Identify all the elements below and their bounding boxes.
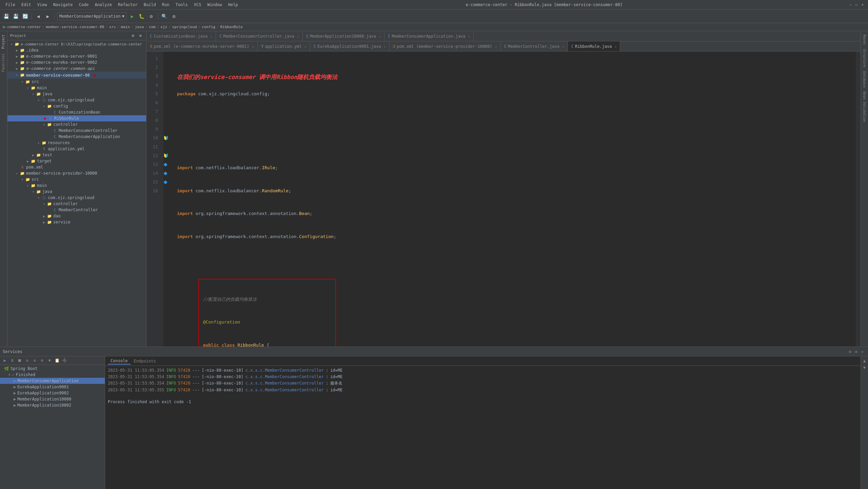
svc-list-btn[interactable]: ≡ <box>24 357 31 364</box>
console-tab[interactable]: Console <box>108 358 131 365</box>
run-config-dropdown[interactable]: MemberConsumerApplication ▼ <box>57 12 127 20</box>
svc-copy-btn[interactable]: 📋 <box>54 357 60 364</box>
svc-ma10000[interactable]: ▶ MemberApplication10000 <box>0 396 105 402</box>
project-settings-icon[interactable]: ⚙ <box>130 33 136 39</box>
menu-window[interactable]: Window <box>204 1 224 8</box>
settings-button[interactable]: ⚙ <box>170 12 178 20</box>
tab-memberapplication10000[interactable]: C MemberApplication10000.java ✕ <box>303 31 384 41</box>
svc-eureka9001[interactable]: ▶ EurekaApplication9001 <box>0 384 105 390</box>
svc-finished[interactable]: ▾ ✓ Finished <box>0 372 105 378</box>
tree-common-api[interactable]: ▶ 📁 e-commerce center-common-api <box>7 65 146 72</box>
maven-tab[interactable]: Maven <box>862 33 867 47</box>
svc-add-btn[interactable]: ➕ <box>61 357 68 364</box>
tab-pom-provider[interactable]: X pom.xml (member-service-provider-10000… <box>390 41 501 52</box>
svc-filter-btn[interactable]: ⚙ <box>39 357 45 364</box>
bc-project[interactable]: e-commerce-center <box>3 25 41 29</box>
tree-package2[interactable]: ▾ ⬡ com.xjz.springcloud <box>7 195 146 201</box>
tree-src[interactable]: ▾ 📁 src <box>7 79 146 85</box>
tree-controller[interactable]: ▾ 📁 controller <box>7 121 146 128</box>
forward-button[interactable]: ▶ <box>44 12 52 20</box>
tab-ribbonrule[interactable]: C RibbonRule.java ✕ <box>568 41 620 52</box>
scroll-up-icon[interactable]: ▲ <box>862 358 868 364</box>
tree-eureka-9001[interactable]: ▶ 📁 e-commerce-eureka-server-9001 <box>7 53 146 59</box>
tree-consumer-80[interactable]: ▾ 📁 member-service-consumer-80 ◀ <box>7 72 146 79</box>
tree-config[interactable]: ▾ 📁 config <box>7 103 146 109</box>
menu-build[interactable]: Build <box>141 1 159 8</box>
structure-tab[interactable]: Structure <box>862 47 867 69</box>
favorites-tab[interactable]: Favorites <box>1 52 7 74</box>
tab-pom-eureka[interactable]: X pom.xml (e-commerce-eureka-server-9001… <box>146 41 258 52</box>
menu-edit[interactable]: Edit <box>19 1 34 8</box>
sync-button[interactable]: 🔄 <box>21 12 29 20</box>
tab-eurekaapp9001[interactable]: C EurekaApplication9001.java ✕ <box>310 41 390 52</box>
bc-main[interactable]: main <box>121 25 130 29</box>
tab-close-yml[interactable]: ✕ <box>304 45 307 48</box>
maximize-button[interactable]: ☐ <box>854 2 859 7</box>
svc-pause-btn[interactable]: ⏸ <box>9 357 16 364</box>
tree-mcc[interactable]: C MemberConsumerController <box>7 128 146 134</box>
tab-close-cb[interactable]: ✕ <box>210 35 212 38</box>
menu-vcs[interactable]: VCS <box>191 1 204 8</box>
menu-navigate[interactable]: Navigate <box>51 1 76 8</box>
tab-memberconsumerapplication[interactable]: C MemberConsumerApplication.java ✕ <box>384 31 474 41</box>
tab-close-mcc[interactable]: ✕ <box>297 35 299 38</box>
save-button[interactable]: 💾 <box>2 12 10 20</box>
tab-close-ea9001[interactable]: ✕ <box>384 45 386 48</box>
tab-close-pom2[interactable]: ✕ <box>495 45 497 48</box>
menu-view[interactable]: View <box>35 1 50 8</box>
services-settings-icon[interactable]: ⚙ <box>847 349 853 355</box>
svc-stop-btn[interactable]: ⏹ <box>16 357 23 364</box>
menu-analyze[interactable]: Analyze <box>92 1 115 8</box>
svc-mca[interactable]: ▶ MemberConsumerApplication <box>0 378 105 384</box>
tree-eureka-9002[interactable]: ▶ 📁 e-commerce-eureka-server-9002 <box>7 59 146 65</box>
tree-controller2[interactable]: ▾ 📁 controller <box>7 201 146 207</box>
bc-src[interactable]: src <box>109 25 116 29</box>
tree-appyml[interactable]: Y application.yml <box>7 146 146 152</box>
tree-target[interactable]: ▶ 📁 target <box>7 158 146 164</box>
scroll-down-icon[interactable]: ▼ <box>862 365 868 371</box>
svc-scroll-btn[interactable]: ▼ <box>46 357 53 364</box>
tab-close-ma10k[interactable]: ✕ <box>379 35 381 38</box>
menu-run[interactable]: Run <box>159 1 172 8</box>
menu-refactor[interactable]: Refactor <box>115 1 140 8</box>
project-gear-icon[interactable]: ≡ <box>137 33 143 39</box>
tree-root[interactable]: ▾ 📁 e-commerce-Center D:\XJZ\springcloud… <box>7 41 146 47</box>
svc-springboot[interactable]: 🌿 Spring Boot <box>0 366 105 372</box>
tab-close-pom1[interactable]: ✕ <box>252 45 254 48</box>
bc-xjz[interactable]: xjz <box>160 25 167 29</box>
tree-mca[interactable]: C MemberConsumerApplication <box>7 134 146 140</box>
tab-memberctrl[interactable]: C MemberController.java ✕ <box>501 41 568 52</box>
tree-pom[interactable]: X pom.xml <box>7 164 146 170</box>
run-with-coverage-button[interactable]: ⚙ <box>147 12 155 20</box>
bc-java[interactable]: java <box>135 25 144 29</box>
search-everywhere-button[interactable]: 🔍 <box>160 12 169 20</box>
bc-file[interactable]: RibbonRule <box>220 25 243 29</box>
menu-help[interactable]: Help <box>225 1 241 8</box>
database-tab[interactable]: Database <box>862 69 867 90</box>
svc-ma10002[interactable]: ▶ MemberApplication10002 <box>0 402 105 408</box>
bc-config[interactable]: config <box>202 25 215 29</box>
menu-file[interactable]: File <box>3 1 18 8</box>
bc-module[interactable]: member-service-consumer-80 <box>46 25 104 29</box>
tab-appyml[interactable]: Y application.yml ✕ <box>258 41 310 52</box>
menu-code[interactable]: Code <box>76 1 92 8</box>
code-content[interactable]: package com.xjz.springcloud.config; 在我们的… <box>172 52 856 347</box>
project-tab[interactable]: Project <box>1 33 7 51</box>
close-button[interactable]: ✕ <box>860 2 865 7</box>
tree-main[interactable]: ▾ 📁 main <box>7 85 146 91</box>
minimize-button[interactable]: — <box>848 2 853 7</box>
bc-springcloud[interactable]: springcloud <box>172 25 197 29</box>
tree-main2[interactable]: ▾ 📁 main <box>7 182 146 189</box>
tree-java[interactable]: ▾ 📁 java <box>7 91 146 97</box>
tree-test[interactable]: ▶ 📁 test <box>7 152 146 158</box>
tree-idea[interactable]: ▶ 📁 .idea <box>7 47 146 53</box>
svc-eureka9002[interactable]: ▶ EurekaApplication9002 <box>0 390 105 396</box>
tab-close-mc[interactable]: ✕ <box>562 45 564 48</box>
endpoints-tab[interactable]: Endpoints <box>131 358 159 364</box>
run-button[interactable]: ▶ <box>128 12 136 20</box>
svc-run-btn[interactable]: ▶ <box>1 357 8 364</box>
services-gear-icon[interactable]: ≡ <box>853 349 859 355</box>
tab-close-rr[interactable]: ✕ <box>614 45 616 48</box>
tree-service[interactable]: ▶ 📁 service <box>7 219 146 225</box>
tree-dao[interactable]: ▶ 📁 dao <box>7 213 146 219</box>
